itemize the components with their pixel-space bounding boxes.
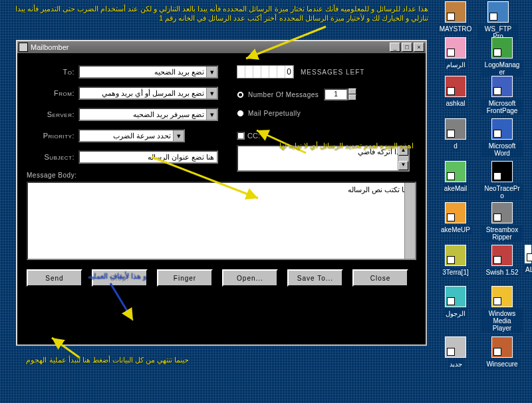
dropdown-arrow-icon[interactable]: ▾: [206, 67, 217, 77]
dropdown-arrow-icon[interactable]: ▾: [206, 88, 217, 98]
message-body-value: هنا تكتب نص الرساله: [348, 186, 410, 194]
annotation-mid: اهذه الميزه لعدم تحديد الرسائل أي لا نها…: [267, 141, 414, 150]
annotation-stop: و هذا لأيقاف العمليه: [60, 271, 146, 281]
priority-combo[interactable]: هنا تحدد سرعة الضرب▾: [78, 129, 185, 142]
priority-value: هنا تحدد سرعة الضرب: [113, 132, 181, 140]
annotation-bottom: حينما تنتهي من كل البيانات أضغط هنا لتبد…: [3, 355, 189, 364]
svg-line-2: [152, 157, 258, 198]
minimize-button[interactable]: _: [390, 43, 400, 52]
save-to-button[interactable]: Save To...: [287, 269, 343, 287]
number-of-messages-input[interactable]: 1: [324, 88, 348, 100]
desktop-icon[interactable]: akeMeUP: [435, 202, 476, 234]
desktop-icon[interactable]: ashkal: [435, 76, 476, 108]
spin-down[interactable]: ▼: [348, 94, 356, 100]
desktop-icon[interactable]: NeoTracePro: [481, 161, 523, 200]
finger-button[interactable]: Finger: [157, 269, 213, 287]
scrollbar[interactable]: [404, 183, 415, 259]
from-value: هنا تضع بريد المرسل أو أي بريد وهمي: [102, 89, 214, 98]
priority-label: Priority:: [27, 132, 78, 140]
close-button[interactable]: Close: [352, 269, 408, 287]
desktop-icon[interactable]: LogoManager: [481, 37, 523, 76]
cc-checkbox[interactable]: [237, 132, 245, 140]
desktop-icon[interactable]: MAYSTRO: [435, 1, 476, 33]
server-combo[interactable]: هنا تضع سيرفر بريد الضحيه▾: [78, 108, 218, 121]
dropdown-arrow-icon[interactable]: ▾: [173, 130, 184, 141]
from-label: From:: [27, 89, 78, 97]
svg-line-0: [246, 27, 326, 59]
annotation-top: هذا عداد للرسائل و للمعلوميه فأنك عندما …: [3, 4, 428, 23]
mail-perpetually-radio[interactable]: [237, 110, 244, 117]
messages-counter: 0 MESSAGES LEFT: [237, 65, 364, 78]
desktop-icon[interactable]: ALV: [524, 245, 532, 274]
desktop-icon[interactable]: Windows Media Player: [481, 286, 523, 333]
counter-digit: 0: [285, 66, 293, 78]
desktop-icon[interactable]: Winsecure: [481, 336, 523, 368]
desktop-icon[interactable]: d: [435, 118, 476, 150]
desktop-icon[interactable]: WS_FTP Pro: [477, 1, 519, 41]
number-of-messages-radio[interactable]: [237, 91, 244, 98]
desktop-icon[interactable]: Swish 1.52: [481, 245, 523, 277]
to-combo[interactable]: هنا تضع بريد الضحيه▾: [78, 65, 218, 78]
app-icon: [19, 43, 28, 52]
open-button[interactable]: Open...: [222, 269, 278, 287]
desktop-icon[interactable]: Streambox Ripper: [481, 202, 523, 241]
server-label: Server:: [27, 110, 78, 118]
to-label: To:: [27, 68, 78, 76]
desktop-icon[interactable]: Microsoft FrontPage: [481, 76, 523, 115]
server-value: هنا تضع سيرفر بريد الضحيه: [133, 110, 214, 119]
window-title: Mailbomber: [31, 43, 390, 51]
messages-left-label: MESSAGES LEFT: [301, 68, 364, 76]
titlebar[interactable]: Mailbomber _ □ ×: [17, 41, 426, 53]
maximize-button[interactable]: □: [402, 43, 412, 52]
desktop-icon[interactable]: الرسام: [435, 37, 476, 69]
number-of-messages-label: Number Of Messages: [248, 91, 319, 98]
spin-up[interactable]: ▲: [348, 88, 356, 94]
desktop-icon[interactable]: akeMail: [435, 161, 476, 193]
desktop-icon[interactable]: جديد: [435, 336, 476, 368]
desktop-icon[interactable]: Microsoft Word: [481, 118, 523, 158]
from-combo[interactable]: هنا تضع بريد المرسل أو أي بريد وهمي▾: [78, 86, 218, 100]
svg-line-3: [110, 283, 133, 321]
desktop-icon[interactable]: الرجول: [435, 286, 476, 318]
to-value: هنا تضع بريد الضحيه: [154, 68, 214, 76]
desktop-icon[interactable]: 3Terra[1]: [435, 245, 476, 277]
subject-label: Subject:: [27, 153, 78, 161]
mail-perpetually-label: Mail Perpetually: [248, 110, 301, 117]
close-window-button[interactable]: ×: [414, 43, 424, 52]
dropdown-arrow-icon[interactable]: ▾: [206, 109, 217, 120]
